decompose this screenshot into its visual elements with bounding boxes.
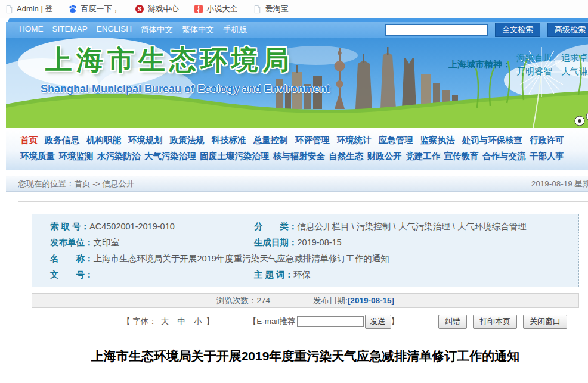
table-row: 发布单位：文印室 生成日期：2019-08-15 bbox=[32, 235, 578, 251]
bookmark-label: 游戏中心 bbox=[147, 4, 178, 14]
city-spirit-label: 上海城市精神： bbox=[448, 59, 511, 70]
nav-eia-management[interactable]: 环评管理 bbox=[295, 135, 330, 146]
browser-bookmarks-bar: Admin | 登 百度一下， S 游戏中心 小说大全 爱淘宝 bbox=[0, 0, 588, 18]
nav-water-pollution[interactable]: 水污染防治 bbox=[97, 151, 141, 162]
link-home[interactable]: HOME bbox=[19, 24, 44, 35]
site-title: 上海市生态环境局 bbox=[45, 42, 293, 78]
email-group-close: 】 bbox=[391, 316, 400, 327]
bookmark-novels[interactable]: 小说大全 bbox=[194, 4, 237, 14]
nav-env-monitoring[interactable]: 环境监测 bbox=[58, 151, 93, 162]
access-no-value: AC4502001-2019-010 bbox=[89, 222, 175, 231]
utility-links: HOME SITEMAP ENGLISH 简体中文 繁体中文 手机版 bbox=[19, 24, 247, 35]
stats-bar: 浏览次数：274 发布日期:[2019-08-15] bbox=[32, 293, 579, 308]
link-mobile[interactable]: 手机版 bbox=[223, 24, 247, 35]
print-page-button[interactable]: 打印本页 bbox=[473, 315, 517, 329]
page-icon bbox=[5, 5, 14, 14]
page-action-buttons: 纠错 打印本页 关闭窗口 bbox=[438, 315, 567, 329]
search-input[interactable] bbox=[385, 24, 488, 36]
svg-text:S: S bbox=[138, 6, 142, 13]
nav-air-pollution[interactable]: 大气污染治理 bbox=[144, 151, 196, 162]
table-row: 名 称：上海市生态环境局关于开展2019年度重污染天气应急减排清单修订工作的通知 bbox=[32, 251, 578, 267]
breadcrumb-bar: 您现在的位置：首页 -> 信息公开 2019-08-19 星期一 bbox=[6, 176, 588, 192]
bookmark-game-center[interactable]: S 游戏中心 bbox=[135, 4, 178, 14]
nav-functions[interactable]: 机构职能 bbox=[86, 135, 121, 146]
view-count: 浏览次数：274 bbox=[216, 295, 270, 306]
font-small-button[interactable]: 小 bbox=[194, 317, 202, 326]
city-spirit-lines: 海纳百川 追求卓越 开明睿智 大气谦和 bbox=[516, 51, 588, 78]
link-traditional[interactable]: 繁体中文 bbox=[182, 24, 214, 35]
subject-value: 环保 bbox=[293, 270, 311, 279]
link-simplified[interactable]: 简体中文 bbox=[141, 24, 173, 35]
category-value: 信息公开栏目 \ 污染控制 \ 大气污染治理 \ 大气环境综合管理 bbox=[298, 222, 527, 231]
nav-tech-standards[interactable]: 科技标准 bbox=[212, 135, 246, 146]
email-input[interactable] bbox=[297, 316, 364, 327]
nav-publicity-edu[interactable]: 宣传教育 bbox=[444, 151, 479, 162]
bookmark-label: 爱淘宝 bbox=[265, 4, 288, 14]
publish-date: 发布日期:[2019-08-15] bbox=[313, 295, 394, 306]
spirit-line-2: 开明睿智 大气谦和 bbox=[516, 66, 588, 76]
link-sitemap[interactable]: SITEMAP bbox=[52, 24, 88, 35]
gen-date-label: 生成日期： bbox=[254, 238, 298, 247]
nav-admin-permit[interactable]: 行政许可 bbox=[530, 135, 564, 146]
site-container: HOME SITEMAP ENGLISH 简体中文 繁体中文 手机版 全文检索 … bbox=[6, 18, 588, 383]
nav-env-planning[interactable]: 环境规划 bbox=[128, 135, 163, 146]
bookmark-taobao[interactable]: 爱淘宝 bbox=[253, 4, 288, 14]
nav-emergency[interactable]: 应急管理 bbox=[379, 135, 413, 146]
font-group-close: 】 bbox=[206, 317, 214, 326]
nav-env-statistics[interactable]: 环境统计 bbox=[337, 135, 372, 146]
nav-policy-law[interactable]: 政策法规 bbox=[170, 135, 205, 146]
font-size-controls: 【 字体：大中小】 bbox=[122, 316, 214, 327]
current-date: 2019-08-19 星期一 bbox=[531, 179, 588, 189]
nav-nuclear-safety[interactable]: 核与辐射安全 bbox=[273, 151, 325, 162]
advanced-search-button[interactable]: 高级检索 bbox=[547, 23, 588, 37]
doc-name-label: 名 称： bbox=[50, 254, 94, 263]
nav-solid-waste-soil[interactable]: 固废土壤污染治理 bbox=[200, 151, 269, 162]
document-meta-table: 索 取 号：AC4502001-2019-010 分 类：信息公开栏目 \ 污染… bbox=[32, 214, 579, 287]
table-row: 文 号： 主 题 词：环保 bbox=[32, 267, 578, 283]
publisher-value: 文印室 bbox=[94, 238, 120, 247]
tools-row: 【 字体：大中小】 【E-mail推荐 发送 】 纠错 打印本页 关闭窗口 bbox=[32, 314, 579, 329]
close-window-button[interactable]: 关闭窗口 bbox=[523, 315, 567, 329]
subject-label: 主 题 词： bbox=[254, 270, 293, 279]
page-icon bbox=[253, 5, 262, 14]
table-row: 索 取 号：AC4502001-2019-010 分 类：信息公开栏目 \ 污染… bbox=[32, 219, 578, 235]
doc-no-label: 文 号： bbox=[50, 270, 94, 279]
nav-total-control[interactable]: 总量控制 bbox=[253, 135, 288, 146]
font-large-button[interactable]: 大 bbox=[161, 317, 169, 326]
baidu-icon bbox=[68, 4, 78, 14]
novel-icon bbox=[194, 4, 203, 14]
bookmark-label: 小说大全 bbox=[206, 4, 237, 14]
email-recommend-group: 【E-mail推荐 发送 】 bbox=[249, 315, 399, 329]
send-button[interactable]: 发送 bbox=[365, 315, 391, 329]
nav-gov-info[interactable]: 政务信息 bbox=[45, 135, 79, 146]
breadcrumb[interactable]: 您现在的位置：首页 -> 信息公开 bbox=[18, 179, 134, 189]
nav-env-quality[interactable]: 环境质量 bbox=[20, 151, 55, 162]
article-title: 上海市生态环境局关于开展2019年度重污染天气应急减排清单修订工作的通知 bbox=[75, 347, 536, 366]
bookmark-label: 百度一下， bbox=[81, 4, 119, 14]
fulltext-search-button[interactable]: 全文检索 bbox=[495, 23, 540, 37]
link-english[interactable]: ENGLISH bbox=[97, 24, 132, 35]
nav-fiscal-disclosure[interactable]: 财政公开 bbox=[367, 151, 402, 162]
nav-home[interactable]: 首页 bbox=[20, 135, 38, 146]
error-report-button[interactable]: 纠错 bbox=[438, 315, 467, 329]
nav-party-building[interactable]: 党建工作 bbox=[406, 151, 440, 162]
bookmark-admin[interactable]: Admin | 登 bbox=[5, 4, 52, 14]
nav-personnel[interactable]: 干部人事 bbox=[530, 151, 564, 162]
bookmark-label: Admin | 登 bbox=[17, 4, 52, 14]
nav-nature-ecology[interactable]: 自然生态 bbox=[329, 151, 363, 162]
bookmark-baidu[interactable]: 百度一下， bbox=[68, 4, 119, 14]
spirit-line-1: 海纳百川 追求卓越 bbox=[516, 52, 588, 63]
game-center-icon: S bbox=[135, 4, 144, 14]
nav-supervision[interactable]: 监察执法 bbox=[420, 135, 455, 146]
access-no-label: 索 取 号： bbox=[50, 222, 89, 231]
nav-penalty-audit[interactable]: 处罚与环保核查 bbox=[462, 135, 522, 146]
utility-bar: HOME SITEMAP ENGLISH 简体中文 繁体中文 手机版 全文检索 … bbox=[6, 22, 588, 38]
gen-date-value: 2019-08-15 bbox=[298, 238, 342, 247]
category-label: 分 类： bbox=[254, 222, 298, 231]
search-area: 全文检索 高级检索 bbox=[385, 23, 588, 37]
font-group-open: 【 字体： bbox=[122, 317, 157, 326]
nav-cooperation[interactable]: 合作与交流 bbox=[482, 151, 526, 162]
publisher-label: 发布单位： bbox=[50, 238, 94, 247]
site-subtitle-en: Shanghai Municipal Bureau of Ecology and… bbox=[41, 83, 330, 95]
font-medium-button[interactable]: 中 bbox=[177, 317, 185, 326]
